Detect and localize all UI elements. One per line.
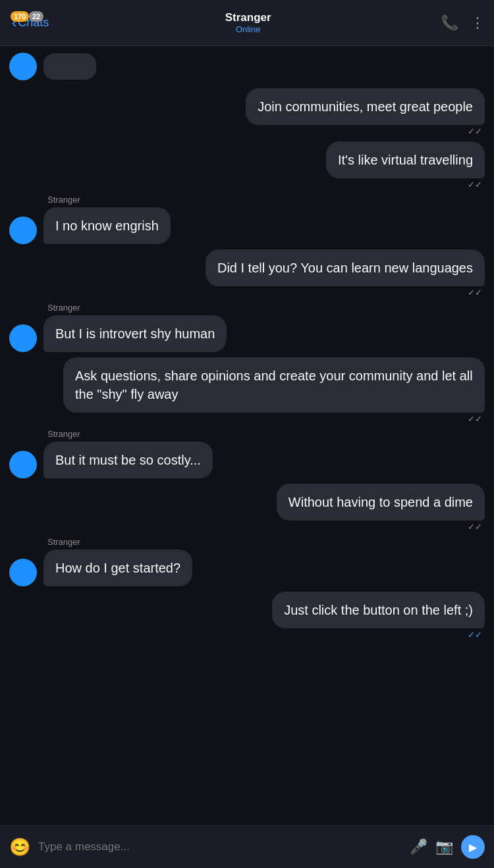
message-bubble-row: But it must be so costly... xyxy=(9,442,485,478)
message-text: But I is introvert shy human xyxy=(55,326,215,341)
header: 170 22 ‹ Chats Stranger Online 📞 ⋮ xyxy=(0,0,494,46)
message-bubble-row: It's like virtual travelling xyxy=(9,141,485,178)
message-text: But it must be so costly... xyxy=(55,453,201,467)
partial-message xyxy=(9,53,485,80)
message-bubble: It's like virtual travelling xyxy=(326,141,485,178)
message-tick: ✓✓ xyxy=(468,630,485,640)
more-options-icon[interactable]: ⋮ xyxy=(470,14,485,32)
message-tick: ✓✓ xyxy=(468,288,485,297)
message-bubble-row: Ask questions, share opinions and create… xyxy=(9,357,485,413)
message-bubble-row: Just click the button on the left ;) xyxy=(9,592,485,628)
message-text: Without having to spend a dime xyxy=(288,495,473,509)
message-bubble-row: Join communities, meet great people xyxy=(9,88,485,125)
list-item: Stranger But it must be so costly... xyxy=(9,429,485,478)
message-input[interactable] xyxy=(38,840,402,854)
message-bubble: But it must be so costly... xyxy=(43,442,213,478)
message-bubble-row: How do I get started? xyxy=(9,549,485,586)
avatar xyxy=(9,559,37,586)
camera-button[interactable]: 📷 xyxy=(435,838,453,855)
message-tick: ✓✓ xyxy=(468,180,485,190)
list-item: Stranger How do I get started? xyxy=(9,537,485,586)
chat-area: Join communities, meet great people ✓✓ I… xyxy=(0,46,494,825)
avatar xyxy=(9,53,37,80)
list-item: It's like virtual travelling ✓✓ xyxy=(9,141,485,190)
badge-orange: 170 xyxy=(11,11,29,22)
avatar xyxy=(9,451,37,478)
message-text: I no know engrish xyxy=(55,218,159,233)
list-item: Join communities, meet great people ✓✓ xyxy=(9,88,485,136)
message-bubble: I no know engrish xyxy=(43,207,171,244)
message-bubble: Ask questions, share opinions and create… xyxy=(63,357,485,413)
message-bubble-row: But I is introvert shy human xyxy=(9,315,485,352)
message-text: How do I get started? xyxy=(55,561,180,575)
message-bubble-row: I no know engrish xyxy=(9,207,485,244)
sender-label: Stranger xyxy=(47,303,485,313)
message-bubble: Join communities, meet great people xyxy=(246,88,485,125)
sender-label: Stranger xyxy=(47,195,485,205)
contact-info: Stranger Online xyxy=(55,11,441,34)
message-bubble-row: Did I tell you? You can learn new langua… xyxy=(9,249,485,286)
input-bar: 😊 🎤 📷 ▶ xyxy=(0,825,494,868)
message-tick: ✓✓ xyxy=(468,414,485,424)
message-bubble: Without having to spend a dime xyxy=(277,484,485,521)
back-button[interactable]: 170 22 ‹ Chats xyxy=(9,14,49,32)
contact-status: Online xyxy=(236,24,261,34)
message-text: Join communities, meet great people xyxy=(258,99,473,114)
list-item: Stranger I no know engrish xyxy=(9,195,485,244)
list-item: Ask questions, share opinions and create… xyxy=(9,357,485,424)
message-text: Did I tell you? You can learn new langua… xyxy=(217,261,473,275)
header-actions: 📞 ⋮ xyxy=(441,14,485,32)
message-bubble-row: Without having to spend a dime xyxy=(9,484,485,521)
message-text: It's like virtual travelling xyxy=(338,153,473,167)
message-bubble: Just click the button on the left ;) xyxy=(272,592,485,628)
list-item: Just click the button on the left ;) ✓✓ xyxy=(9,592,485,640)
message-bubble: How do I get started? xyxy=(43,549,192,586)
mic-button[interactable]: 🎤 xyxy=(410,838,427,855)
message-text: Just click the button on the left ;) xyxy=(284,603,473,617)
call-icon[interactable]: 📞 xyxy=(441,14,458,32)
send-button[interactable]: ▶ xyxy=(461,835,485,859)
partial-bubble xyxy=(43,53,96,80)
list-item: Without having to spend a dime ✓✓ xyxy=(9,484,485,532)
avatar xyxy=(9,324,37,352)
message-tick: ✓✓ xyxy=(468,126,485,136)
sender-label: Stranger xyxy=(47,537,485,547)
list-item: Did I tell you? You can learn new langua… xyxy=(9,249,485,297)
message-tick: ✓✓ xyxy=(468,522,485,532)
contact-name: Stranger xyxy=(225,11,271,24)
sender-label: Stranger xyxy=(47,429,485,439)
message-text: Ask questions, share opinions and create… xyxy=(75,369,473,401)
message-bubble: Did I tell you? You can learn new langua… xyxy=(206,249,485,286)
avatar xyxy=(9,217,37,244)
list-item: Stranger But I is introvert shy human xyxy=(9,303,485,352)
badge-gray: 22 xyxy=(29,11,43,22)
emoji-button[interactable]: 😊 xyxy=(9,837,30,857)
message-bubble: But I is introvert shy human xyxy=(43,315,227,352)
